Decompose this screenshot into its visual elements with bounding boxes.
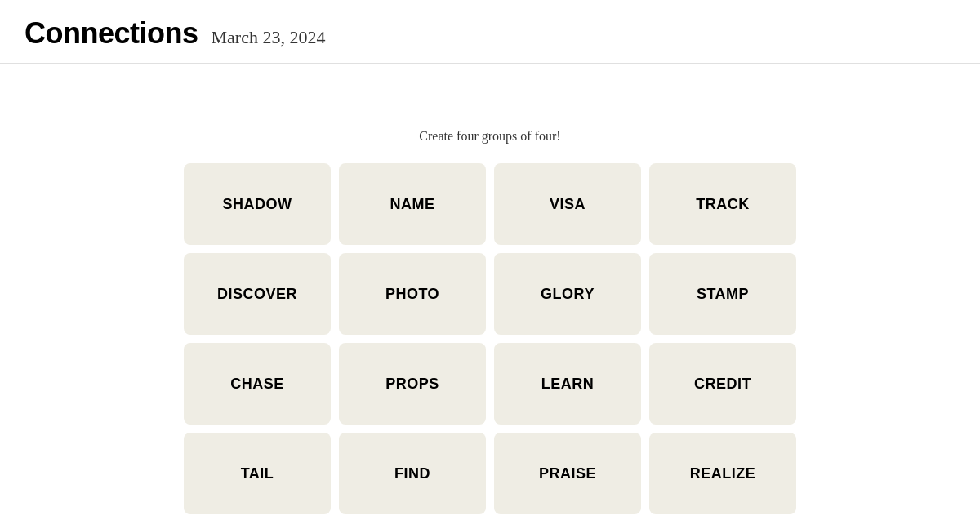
tile-word-name: NAME: [390, 196, 435, 213]
tile-word-praise: PRAISE: [539, 465, 596, 482]
tile-word-photo: PHOTO: [385, 286, 439, 303]
tile-word-stamp: STAMP: [697, 286, 749, 303]
tile-chase[interactable]: CHASE: [184, 343, 331, 425]
tile-word-glory: GLORY: [541, 286, 595, 303]
header: Connections March 23, 2024: [0, 0, 980, 64]
tile-word-props: PROPS: [385, 376, 439, 393]
tile-visa[interactable]: VISA: [494, 163, 641, 245]
tile-word-track: TRACK: [696, 196, 750, 213]
tile-word-discover: DISCOVER: [217, 286, 297, 303]
tile-word-realize: REALIZE: [690, 465, 756, 482]
sub-header: [0, 64, 980, 104]
page-title: Connections: [24, 16, 198, 51]
page-date: March 23, 2024: [212, 27, 326, 48]
tile-photo[interactable]: PHOTO: [339, 253, 486, 335]
tile-tail[interactable]: TAIL: [184, 433, 331, 514]
tile-word-credit: CREDIT: [694, 376, 751, 393]
tile-credit[interactable]: CREDIT: [649, 343, 796, 425]
tile-shadow[interactable]: SHADOW: [184, 163, 331, 245]
tile-stamp[interactable]: STAMP: [649, 253, 796, 335]
word-grid: SHADOWNAMEVISATRACKDISCOVERPHOTOGLORYSTA…: [184, 163, 796, 514]
tile-word-learn: LEARN: [541, 376, 595, 393]
tile-praise[interactable]: PRAISE: [494, 433, 641, 514]
tile-word-find: FIND: [394, 465, 430, 482]
tile-name[interactable]: NAME: [339, 163, 486, 245]
tile-word-visa: VISA: [550, 196, 586, 213]
instructions-text: Create four groups of four!: [419, 129, 560, 144]
tile-word-shadow: SHADOW: [223, 196, 292, 213]
tile-props[interactable]: PROPS: [339, 343, 486, 425]
tile-learn[interactable]: LEARN: [494, 343, 641, 425]
main-content: Create four groups of four! SHADOWNAMEVI…: [0, 104, 980, 529]
tile-find[interactable]: FIND: [339, 433, 486, 514]
tile-track[interactable]: TRACK: [649, 163, 796, 245]
tile-discover[interactable]: DISCOVER: [184, 253, 331, 335]
tile-word-chase: CHASE: [230, 376, 284, 393]
tile-realize[interactable]: REALIZE: [649, 433, 796, 514]
tile-glory[interactable]: GLORY: [494, 253, 641, 335]
tile-word-tail: TAIL: [241, 465, 274, 482]
